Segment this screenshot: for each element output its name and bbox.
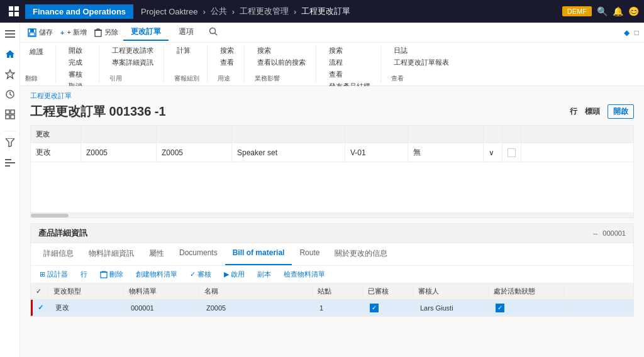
ribbon-group-audit: 計算 審報組別 (174, 45, 208, 83)
cell-checkbox[interactable] (502, 143, 521, 162)
btn-view-prod[interactable]: 查看 (326, 69, 373, 80)
main-grid: 更改 更改 Z0005 Z0005 Speaker set V-01 無 (30, 125, 634, 218)
delete-btn[interactable]: 另除 (92, 27, 121, 38)
tab-change-info[interactable]: 關於更改的信息 (327, 243, 395, 265)
btn-audit[interactable]: ✓ 審核 (186, 268, 215, 280)
active-checkbox: ✓ (496, 304, 504, 312)
tab-details[interactable]: 詳細信息 (36, 243, 81, 265)
tab-options[interactable]: 選項 (171, 24, 201, 41)
breadcrumb-project[interactable]: Project Oaktree (141, 7, 197, 16)
calc-label: 計算 (177, 46, 191, 55)
bottom-cell-bom[interactable]: 000001 (126, 300, 201, 316)
group-label-1: 翻錄 (25, 72, 38, 83)
breadcrumb-public[interactable]: 公共 (211, 6, 227, 17)
review-label: 審核 (69, 70, 82, 79)
tab-material-detail[interactable]: 物料詳細資訊 (81, 243, 142, 265)
page-title: 工程更改訂單 001336 -1 (30, 103, 166, 120)
btn-search-prod[interactable]: 搜索 (326, 45, 373, 56)
bottom-cell-approved: ✓ (365, 300, 415, 316)
tab-bom[interactable]: Bill of material (225, 243, 292, 265)
app-grid-icon[interactable] (5, 3, 23, 20)
sidebar-favorites[interactable] (1, 65, 19, 83)
btn-view-prev-biz[interactable]: 查看以前的搜索 (255, 57, 308, 68)
btn-ecr[interactable]: 工程更改請求 (109, 45, 156, 56)
sidebar-workspaces[interactable] (1, 106, 19, 123)
table-row: 更改 Z0005 Z0005 Speaker set V-01 無 ∨ (31, 143, 633, 162)
ribbon-search[interactable] (209, 27, 218, 38)
title-bar-right: DEMF 🔍 🔔 😊 (562, 6, 639, 16)
row-checkbox[interactable] (508, 148, 516, 157)
cell-col5[interactable]: V-01 (345, 143, 408, 162)
bottom-cell-site[interactable]: 1 (314, 300, 365, 316)
btn-search-purpose[interactable]: 搜索 (218, 45, 236, 56)
tab-route[interactable]: Route (292, 243, 327, 265)
cell-col3[interactable]: Z0005 (157, 143, 232, 162)
btn-weihu[interactable]: 維護 (25, 45, 48, 58)
notification-icon[interactable]: 🔔 (613, 6, 623, 16)
sidebar-recent[interactable] (1, 85, 19, 103)
btn-copy[interactable]: 副本 (253, 268, 275, 280)
bottom-cell-change-type[interactable]: 更改 (50, 300, 126, 316)
sidebar-home[interactable] (1, 45, 19, 63)
product-section: 產品詳細資訊 -- 000001 詳細信息 物料詳細資訊 屬性 Document… (30, 223, 634, 317)
complete-label: 完成 (69, 58, 82, 67)
ribbon-group-purpose: 搜索 查看 用途 (218, 45, 245, 83)
btn-search-biz[interactable]: 搜索 (255, 45, 308, 56)
content-title-row: 工程更改訂單 001336 -1 行 標頭 開啟 (30, 103, 634, 120)
header-action[interactable]: 標頭 (585, 106, 600, 117)
btn-project-detail[interactable]: 專案詳細資訊 (109, 57, 156, 68)
btn-flow-prod[interactable]: 流程 (326, 57, 373, 68)
btn-delete-bom[interactable]: 刪除 (96, 268, 127, 280)
cell-col6[interactable]: 無 (408, 143, 484, 162)
cell-col4[interactable]: Speaker set (232, 143, 345, 162)
bottom-grid: ✓ 更改類型 物料清單 名稱 站點 已審核 審核人 處於活動狀態 ✓ 更改 (31, 283, 633, 316)
section-title: 產品詳細資訊 (38, 228, 87, 239)
ribbon-commands: 維護 翻錄 開啟 完成 審核 取消 流程 (20, 43, 644, 85)
bottom-col-active: 處於活動狀態 (489, 283, 564, 299)
bottom-cell-approver[interactable]: Lars Giusti (415, 300, 491, 316)
btn-activate[interactable]: ▶ 啟用 (220, 268, 248, 280)
btn-report[interactable]: 工程更改訂單報表 (391, 57, 452, 68)
sidebar-filter[interactable] (1, 134, 19, 151)
tab-attributes[interactable]: 屬性 (142, 243, 172, 265)
save-btn[interactable]: 儲存 (25, 27, 55, 38)
group-label-audit: 審報組別 (174, 72, 199, 83)
user-icon[interactable]: 😊 (628, 6, 639, 16)
content-breadcrumb[interactable]: 工程更改訂單 (30, 91, 634, 101)
svg-rect-12 (6, 115, 9, 119)
breadcrumb-ecm[interactable]: 工程更改管理 (240, 6, 289, 17)
ribbon-square-icon[interactable]: □ (635, 28, 639, 37)
cell-col2[interactable]: Z0005 (81, 143, 157, 162)
btn-designer[interactable]: ⊞ 設計器 (36, 268, 72, 280)
search-purpose-label: 搜索 (220, 46, 234, 55)
bottom-table-row[interactable]: ✓ 更改 000001 Z0005 1 ✓ Lars Giusti ✓ (31, 300, 633, 316)
horizontal-scrollbar[interactable] (31, 212, 633, 217)
tab-update-order[interactable]: 更改訂單 (123, 24, 169, 41)
bottom-grid-header: ✓ 更改類型 物料清單 名稱 站點 已審核 審核人 處於活動狀態 (31, 283, 633, 300)
btn-open[interactable]: 開啟 (66, 45, 85, 56)
btn-line[interactable]: 行 (77, 268, 91, 280)
bottom-cell-name[interactable]: Z0005 (201, 300, 314, 316)
ribbon-diamond-icon[interactable]: ◆ (624, 28, 630, 37)
row-action[interactable]: 行 (570, 106, 577, 117)
main-content: 儲存 + + 新增 另除 更改訂單 選項 ◆ □ (20, 23, 644, 357)
new-btn[interactable]: + + 新增 (58, 27, 89, 38)
tab-documents[interactable]: Documents (172, 243, 225, 265)
sidebar-hamburger[interactable] (1, 25, 19, 43)
cell-change-type[interactable]: 更改 (31, 143, 81, 162)
btn-view-purpose[interactable]: 查看 (218, 57, 236, 68)
btn-check-bom[interactable]: 檢查物料清單 (280, 268, 329, 280)
btn-complete[interactable]: 完成 (66, 57, 85, 68)
bottom-col-approver: 審核人 (413, 283, 489, 299)
cell-dropdown[interactable]: ∨ (484, 143, 502, 162)
scrollbar-thumb[interactable] (31, 214, 69, 217)
search-icon-title[interactable]: 🔍 (597, 6, 608, 16)
ribbon-group-reference: 工程更改請求 專案詳細資訊 引用 (109, 45, 164, 83)
sidebar-menu[interactable] (1, 154, 19, 172)
group-label-business: 業務影響 (255, 72, 280, 83)
btn-calc[interactable]: 計算 (174, 45, 193, 56)
btn-review[interactable]: 審核 (66, 69, 85, 80)
btn-log[interactable]: 日誌 (391, 45, 452, 56)
btn-create-bom[interactable]: 創建物料清單 (132, 268, 181, 280)
open-action[interactable]: 開啟 (608, 104, 634, 119)
